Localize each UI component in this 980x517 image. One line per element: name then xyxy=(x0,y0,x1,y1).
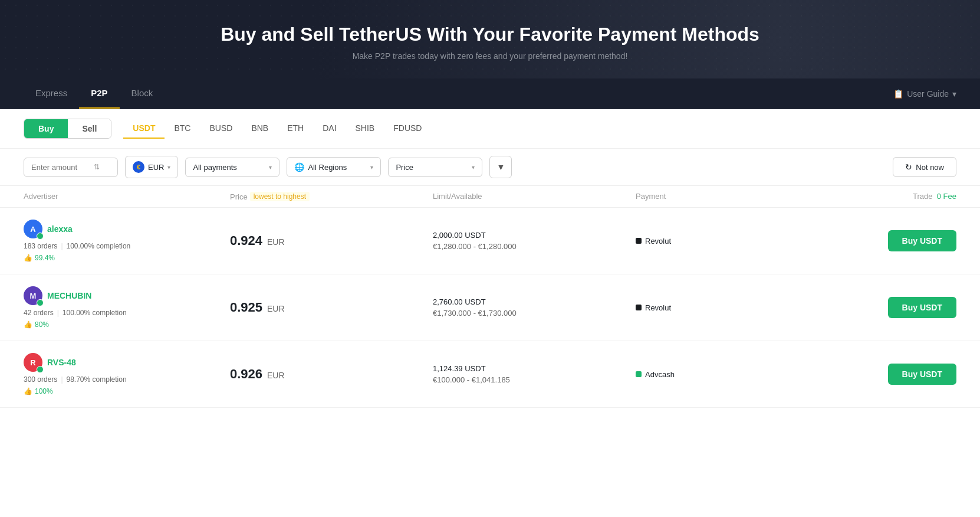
amount-input-wrapper[interactable]: ⇅ xyxy=(24,158,118,177)
buy-usdt-button[interactable]: Buy USDT xyxy=(888,297,956,318)
region-label: All Regions xyxy=(308,163,367,172)
advanced-filter-button[interactable]: ▼ xyxy=(489,156,512,178)
crypto-tab-eth[interactable]: ETH xyxy=(278,119,313,139)
rating-row: 👍 100% xyxy=(24,387,230,395)
advertiser-cell: R RVS-48 300 orders | 98.70% completion … xyxy=(24,353,230,395)
book-icon: 📋 xyxy=(893,89,903,99)
price-cell: 0.926 EUR xyxy=(230,367,433,382)
col-trade: Trade 0 Fee xyxy=(838,192,956,201)
order-count: 300 orders xyxy=(24,375,57,384)
nav-bar: Express P2P Block 📋 User Guide ▾ xyxy=(0,78,980,109)
advertiser-name[interactable]: MECHUBIN xyxy=(47,291,91,300)
price-currency: EUR xyxy=(267,304,285,313)
buy-toggle-button[interactable]: Buy xyxy=(24,119,68,138)
hero-subtitle: Make P2P trades today with zero fees and… xyxy=(12,51,968,61)
crypto-tab-btc[interactable]: BTC xyxy=(165,119,200,139)
stepper-icon: ⇅ xyxy=(94,163,100,171)
crypto-tab-usdt[interactable]: USDT xyxy=(123,119,165,139)
price-sort-badge: lowest to highest xyxy=(250,192,310,201)
online-badge xyxy=(37,366,44,373)
avatar: A xyxy=(24,220,42,238)
advertiser-name[interactable]: RVS-48 xyxy=(47,358,76,367)
region-selector[interactable]: 🌐 All Regions ▾ xyxy=(287,157,381,177)
available-amount: 1,124.39 USDT xyxy=(433,364,636,373)
currency-selector[interactable]: € EUR ▾ xyxy=(125,156,178,178)
currency-label: EUR xyxy=(148,163,164,172)
chevron-down-icon: ▾ xyxy=(472,164,475,171)
filter-icon: ▼ xyxy=(497,162,505,172)
payment-cell: Revolut xyxy=(636,303,838,312)
price-value: 0.925 xyxy=(230,300,262,315)
not-now-label: Not now xyxy=(916,163,944,172)
price-sort-label: Price xyxy=(396,163,468,172)
buy-usdt-button[interactable]: Buy USDT xyxy=(888,364,956,385)
rating-row: 👍 80% xyxy=(24,320,230,329)
thumbs-up-icon: 👍 xyxy=(24,387,32,395)
crypto-tab-dai[interactable]: DAI xyxy=(313,119,346,139)
price-sort-selector[interactable]: Price ▾ xyxy=(388,158,482,177)
globe-icon: 🌐 xyxy=(294,162,304,172)
nav-tabs: Express P2P Block xyxy=(24,78,165,109)
limit-cell: 2,000.00 USDT €1,280.000 - €1,280.000 xyxy=(433,231,636,251)
rating-value: 80% xyxy=(35,320,49,329)
payment-name: Revolut xyxy=(645,237,671,246)
table-row: R RVS-48 300 orders | 98.70% completion … xyxy=(0,341,980,408)
crypto-tabs: USDT BTC BUSD BNB ETH DAI SHIB FDUSD xyxy=(123,119,431,139)
payment-cell: Advcash xyxy=(636,370,838,379)
col-limit: Limit/Available xyxy=(433,192,636,201)
payment-dot xyxy=(636,238,642,244)
thumbs-up-icon: 👍 xyxy=(24,254,32,262)
price-value: 0.924 xyxy=(230,233,262,248)
payment-name: Advcash xyxy=(645,370,675,379)
user-guide-button[interactable]: 📋 User Guide ▾ xyxy=(893,89,956,99)
price-cell: 0.924 EUR xyxy=(230,233,433,248)
table-row: A alexxa 183 orders | 100.00% completion… xyxy=(0,208,980,274)
rating-value: 100% xyxy=(35,387,53,395)
chevron-down-icon: ▾ xyxy=(167,164,170,171)
hero-title: Buy and Sell TetherUS With Your Favorite… xyxy=(12,24,968,45)
eur-icon: € xyxy=(133,161,144,173)
rating-row: 👍 99.4% xyxy=(24,254,230,262)
avatar: R xyxy=(24,353,42,372)
payment-cell: Revolut xyxy=(636,237,838,246)
nav-tab-p2p[interactable]: P2P xyxy=(79,78,119,109)
trade-cell: Buy USDT xyxy=(838,230,956,251)
sell-toggle-button[interactable]: Sell xyxy=(68,119,111,138)
limit-cell: 2,760.00 USDT €1,730.000 - €1,730.000 xyxy=(433,297,636,318)
chevron-down-icon: ▾ xyxy=(269,164,272,171)
hero-section: Buy and Sell TetherUS With Your Favorite… xyxy=(0,0,980,78)
chevron-down-icon: ▾ xyxy=(952,89,956,99)
crypto-tab-shib[interactable]: SHIB xyxy=(346,119,384,139)
table-row: M MECHUBIN 42 orders | 100.00% completio… xyxy=(0,274,980,341)
price-currency: EUR xyxy=(267,237,285,247)
avatar: M xyxy=(24,286,42,305)
nav-tab-block[interactable]: Block xyxy=(120,78,165,109)
chevron-down-icon: ▾ xyxy=(370,164,373,171)
advertiser-meta: 183 orders | 100.00% completion xyxy=(24,242,230,250)
limit-range: €1,280.000 - €1,280.000 xyxy=(433,242,636,251)
trade-table-body: A alexxa 183 orders | 100.00% completion… xyxy=(0,208,980,408)
available-amount: 2,000.00 USDT xyxy=(433,231,636,240)
advertiser-meta: 42 orders | 100.00% completion xyxy=(24,309,230,317)
advertiser-name[interactable]: alexxa xyxy=(47,224,73,234)
limit-cell: 1,124.39 USDT €100.000 - €1,041.185 xyxy=(433,364,636,384)
crypto-tab-fdusd[interactable]: FDUSD xyxy=(384,119,431,139)
payment-name: Revolut xyxy=(645,303,671,312)
available-amount: 2,760.00 USDT xyxy=(433,297,636,306)
completion-rate: 100.00% completion xyxy=(63,309,127,317)
col-payment: Payment xyxy=(636,192,838,201)
payment-method-selector[interactable]: All payments ▾ xyxy=(185,158,279,177)
buy-sell-toggle: Buy Sell xyxy=(24,119,111,139)
nav-tab-express[interactable]: Express xyxy=(24,78,79,109)
not-now-button[interactable]: ↻ Not now xyxy=(893,157,956,177)
crypto-tab-bnb[interactable]: BNB xyxy=(242,119,278,139)
crypto-tab-busd[interactable]: BUSD xyxy=(200,119,242,139)
advertiser-cell: M MECHUBIN 42 orders | 100.00% completio… xyxy=(24,286,230,329)
refresh-icon: ↻ xyxy=(905,162,912,172)
col-price[interactable]: Price lowest to highest xyxy=(230,192,433,201)
amount-input[interactable] xyxy=(31,163,90,172)
table-header: Advertiser Price lowest to highest Limit… xyxy=(0,186,980,208)
buy-usdt-button[interactable]: Buy USDT xyxy=(888,230,956,251)
online-badge xyxy=(37,299,44,306)
limit-range: €1,730.000 - €1,730.000 xyxy=(433,309,636,318)
